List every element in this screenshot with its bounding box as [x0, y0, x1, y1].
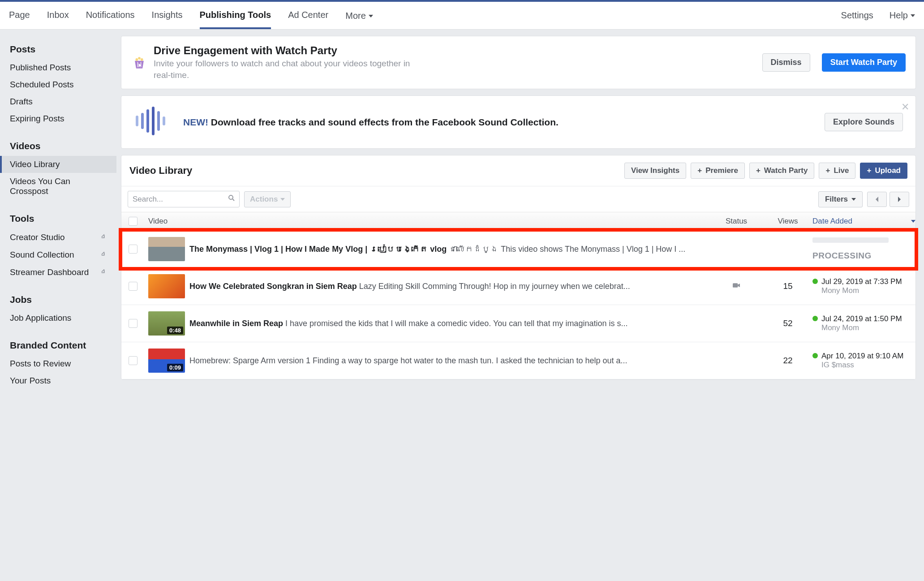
search-input-wrap[interactable]	[128, 191, 240, 207]
row-checkbox[interactable]	[129, 245, 138, 254]
col-date-added[interactable]: Date Added	[812, 217, 915, 226]
search-input[interactable]	[133, 195, 228, 204]
views-cell: 52	[763, 318, 812, 328]
svg-point-1	[138, 57, 141, 60]
table-row[interactable]: 0:09Homebrew: Sparge Arm version 1 Findi…	[121, 342, 915, 379]
video-description: Homebrew: Sparge Arm version 1 Finding a…	[189, 356, 627, 365]
video-thumbnail[interactable]: 0:48	[148, 311, 185, 336]
row-checkbox[interactable]	[129, 282, 138, 291]
sidebar-item-your-posts[interactable]: Your Posts	[0, 372, 116, 389]
camera-icon	[732, 281, 741, 291]
uploader-label: IG $mass	[812, 361, 915, 370]
table-row[interactable]: How We Celebrated Songkran in Siem Reap …	[121, 268, 915, 305]
chevron-down-icon	[911, 14, 915, 17]
watch-party-button[interactable]: + Watch Party	[749, 163, 815, 179]
svg-rect-6	[152, 107, 155, 135]
table-header: Video Status Views Date Added	[121, 212, 915, 231]
nav-publishing-tools[interactable]: Publishing Tools	[200, 2, 271, 29]
row-checkbox[interactable]	[129, 319, 138, 328]
sidebar-item-published-posts[interactable]: Published Posts	[0, 59, 116, 76]
nav-help[interactable]: Help	[890, 10, 915, 21]
select-all-checkbox[interactable]	[129, 217, 138, 226]
plus-icon: +	[697, 166, 702, 175]
explore-sounds-button[interactable]: Explore Sounds	[825, 113, 903, 131]
plus-icon: +	[756, 166, 761, 175]
nav-insights[interactable]: Insights	[152, 2, 183, 29]
sidebar-item-video-library[interactable]: Video Library	[0, 156, 116, 173]
sidebar-item-label: Sound Collection	[10, 250, 74, 260]
sidebar-heading-jobs: Jobs	[0, 290, 116, 310]
status-dot-icon	[812, 279, 818, 284]
live-button[interactable]: + Live	[819, 163, 855, 179]
row-checkbox[interactable]	[129, 356, 138, 365]
pager-next-button[interactable]	[890, 192, 909, 207]
sidebar-item-label: Streamer Dashboard	[10, 267, 89, 277]
filters-label: Filters	[825, 195, 848, 204]
search-icon	[228, 194, 236, 204]
content: Drive Engagement with Watch Party Invite…	[116, 30, 924, 405]
live-label: Live	[834, 166, 849, 175]
video-thumbnail[interactable]	[148, 237, 185, 261]
sort-desc-icon	[911, 220, 915, 223]
sidebar-item-videos-crosspost[interactable]: Videos You Can Crosspost	[0, 173, 116, 200]
video-description: ជាលើកដំបូង This video shows The Monymass…	[447, 245, 685, 254]
video-title[interactable]: The Monymass | Vlog 1 | How I Made My Vl…	[189, 245, 447, 254]
sidebar-item-scheduled-posts[interactable]: Scheduled Posts	[0, 76, 116, 93]
processing-label: PROCESSING	[812, 251, 915, 261]
actions-dropdown[interactable]: Actions	[244, 191, 291, 207]
pager-prev-button[interactable]	[867, 192, 887, 207]
svg-point-9	[229, 195, 233, 199]
nav-ad-center[interactable]: Ad Center	[288, 2, 328, 29]
premiere-button[interactable]: + Premiere	[691, 163, 745, 179]
video-thumbnail[interactable]	[148, 274, 185, 298]
external-link-icon	[99, 267, 107, 277]
sidebar-item-job-applications[interactable]: Job Applications	[0, 310, 116, 327]
sound-wave-icon	[134, 107, 170, 138]
svg-rect-5	[146, 109, 149, 133]
sidebar: Posts Published Posts Scheduled Posts Dr…	[0, 30, 116, 405]
nav-notifications[interactable]: Notifications	[86, 2, 135, 29]
nav-page[interactable]: Page	[9, 2, 30, 29]
col-status[interactable]: Status	[709, 217, 763, 226]
sidebar-item-posts-to-review[interactable]: Posts to Review	[0, 355, 116, 372]
filters-button[interactable]: Filters	[818, 191, 863, 207]
sidebar-item-sound-collection[interactable]: Sound Collection	[0, 246, 116, 263]
sidebar-item-label: Creator Studio	[10, 232, 65, 242]
video-title[interactable]: Meanwhile in Siem Reap	[189, 319, 283, 328]
promo-subtitle: Invite your followers to watch and chat …	[154, 58, 422, 81]
video-thumbnail[interactable]: 0:09	[148, 349, 185, 373]
nav-more[interactable]: More	[345, 2, 373, 29]
table-row[interactable]: The Monymass | Vlog 1 | How I Made My Vl…	[121, 231, 915, 268]
close-icon[interactable]: ✕	[901, 101, 909, 113]
table-row[interactable]: 0:48Meanwhile in Siem Reap I have promis…	[121, 305, 915, 342]
sidebar-item-streamer-dashboard[interactable]: Streamer Dashboard	[0, 263, 116, 281]
actions-label: Actions	[250, 195, 278, 204]
view-insights-button[interactable]: View Insights	[624, 163, 686, 179]
start-watch-party-button[interactable]: Start Watch Party	[822, 53, 906, 72]
nav-inbox[interactable]: Inbox	[47, 2, 69, 29]
sidebar-item-creator-studio[interactable]: Creator Studio	[0, 228, 116, 246]
dismiss-button[interactable]: Dismiss	[762, 53, 810, 72]
col-video[interactable]: Video	[145, 217, 709, 226]
svg-rect-3	[136, 116, 138, 126]
sidebar-item-drafts[interactable]: Drafts	[0, 93, 116, 110]
col-date-label: Date Added	[812, 217, 852, 226]
col-views[interactable]: Views	[763, 217, 812, 226]
svg-rect-4	[141, 113, 144, 129]
external-link-icon	[99, 232, 107, 242]
date-label: Jul 29, 2019 at 7:33 PM	[821, 277, 902, 286]
duration-badge: 0:48	[167, 327, 183, 334]
promo-watch-party: Drive Engagement with Watch Party Invite…	[121, 36, 916, 89]
nav-more-label: More	[345, 11, 366, 21]
promo-sound-collection: ✕ NEW! Download free tracks and sound ef…	[121, 95, 916, 149]
video-title[interactable]: How We Celebrated Songkran in Siem Reap	[189, 282, 357, 291]
upload-button[interactable]: + Upload	[860, 163, 907, 179]
sidebar-item-expiring-posts[interactable]: Expiring Posts	[0, 110, 116, 127]
status-cell	[709, 281, 763, 291]
upload-label: Upload	[875, 166, 901, 175]
nav-settings[interactable]: Settings	[841, 10, 873, 21]
top-nav: Page Inbox Notifications Insights Publis…	[0, 2, 924, 30]
date-label: Apr 10, 2019 at 9:10 AM	[821, 352, 903, 360]
svg-point-0	[136, 58, 138, 61]
video-description: Lazy Editing Skill Comming Through! Hop …	[357, 282, 630, 291]
